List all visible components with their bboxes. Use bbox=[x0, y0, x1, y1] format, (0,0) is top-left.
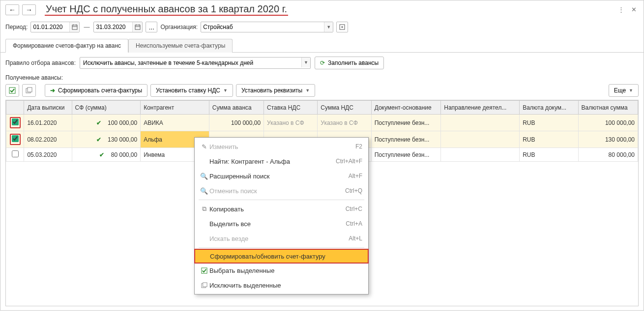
table-row[interactable]: 16.01.2020✔ 100 000,00АВИКА100 000,00Ука… bbox=[6, 115, 638, 131]
cm-find[interactable]: Найти: Контрагент - Альфа Ctrl+Alt+F bbox=[195, 154, 368, 169]
col-vat[interactable]: Сумма НДС bbox=[318, 101, 371, 115]
dropdown-icon[interactable]: ▼ bbox=[324, 22, 333, 32]
col-cur[interactable]: Валюта докум... bbox=[520, 101, 578, 115]
section-label: Полученные авансы: bbox=[5, 74, 639, 81]
deselect-all-button[interactable] bbox=[22, 84, 36, 97]
page-title: Учет НДС с полученных авансов за 1 кварт… bbox=[45, 3, 288, 16]
col-csum[interactable]: Валютная сумма bbox=[578, 101, 638, 115]
context-menu: ✎ Изменить F2 Найти: Контрагент - Альфа … bbox=[194, 137, 369, 294]
fill-advances-button[interactable]: ⟳ Заполнить авансы bbox=[315, 57, 384, 69]
svg-rect-12 bbox=[201, 267, 206, 273]
cm-select-all[interactable]: Выделить все Ctrl+A bbox=[195, 216, 368, 231]
select-all-button[interactable] bbox=[5, 84, 19, 97]
chevron-down-icon: ▼ bbox=[305, 88, 310, 93]
copy-icon: ⧉ bbox=[199, 205, 209, 213]
dropdown-icon[interactable]: ▼ bbox=[301, 58, 310, 67]
svg-rect-0 bbox=[72, 25, 77, 29]
cm-adv-search[interactable]: 🔍 Расширенный поиск Alt+F bbox=[195, 169, 368, 183]
back-button[interactable]: ← bbox=[5, 4, 19, 15]
cm-pick-selected[interactable]: Выбрать выделенные bbox=[195, 263, 368, 278]
chevron-down-icon: ▼ bbox=[223, 88, 228, 93]
col-sf-sum[interactable]: СФ (сумма) bbox=[72, 101, 141, 115]
set-rate-button[interactable]: Установить ставку НДС ▼ bbox=[150, 84, 233, 97]
cm-edit: ✎ Изменить F2 bbox=[195, 139, 368, 154]
svg-rect-9 bbox=[9, 88, 15, 93]
close-icon[interactable]: ✕ bbox=[629, 5, 639, 15]
cm-search-all: Искать везде Alt+L bbox=[195, 231, 368, 246]
col-doc[interactable]: Документ-основание bbox=[371, 101, 441, 115]
date-separator: — bbox=[84, 24, 89, 30]
rule-label: Правило отбора авансов: bbox=[5, 59, 76, 66]
pencil-icon: ✎ bbox=[199, 143, 209, 150]
uncheck-icon bbox=[199, 282, 209, 289]
period-picker-button[interactable]: ... bbox=[146, 22, 157, 32]
forward-button[interactable]: → bbox=[22, 4, 36, 15]
search-cancel-icon: 🔍 bbox=[199, 187, 209, 195]
more-button[interactable]: Еще ▼ bbox=[609, 84, 639, 97]
svg-rect-4 bbox=[135, 25, 140, 29]
table-header: Дата выписки СФ (сумма) Контрагент Сумма… bbox=[6, 101, 638, 115]
org-input[interactable] bbox=[201, 22, 333, 32]
row-checkbox[interactable] bbox=[12, 135, 19, 142]
col-date[interactable]: Дата выписки bbox=[24, 101, 72, 115]
calendar-icon[interactable] bbox=[132, 22, 142, 32]
period-label: Период: bbox=[5, 24, 28, 30]
col-dir[interactable]: Направление деятел... bbox=[441, 101, 520, 115]
cm-form-update-sf[interactable]: Сформировать/обновить счет-фактуру bbox=[194, 249, 369, 264]
more-menu-icon[interactable]: ⋮ bbox=[616, 5, 626, 15]
svg-rect-14 bbox=[203, 282, 206, 286]
chevron-down-icon: ▼ bbox=[629, 88, 633, 93]
row-checkbox[interactable] bbox=[12, 118, 19, 125]
refresh-icon: ⟳ bbox=[320, 59, 325, 66]
search-icon: 🔍 bbox=[199, 173, 209, 180]
org-label: Организация: bbox=[160, 24, 198, 30]
cm-excl-selected[interactable]: Исключить выделенные bbox=[195, 278, 368, 293]
rule-input[interactable] bbox=[80, 57, 311, 69]
cm-copy[interactable]: ⧉ Копировать Ctrl+C bbox=[195, 202, 368, 216]
svg-rect-11 bbox=[28, 88, 32, 92]
tab-unused-sf[interactable]: Неиспользуемые счета-фактуры bbox=[128, 39, 233, 53]
col-sum[interactable]: Сумма аванса bbox=[209, 101, 263, 115]
tab-form-sf[interactable]: Формирование счетов-фактур на аванс bbox=[5, 39, 128, 53]
col-agent[interactable]: Контрагент bbox=[141, 101, 209, 115]
form-sf-button[interactable]: ➜ Сформировать счета-фактуры bbox=[45, 84, 147, 97]
set-requisites-button[interactable]: Установить реквизиты ▼ bbox=[236, 84, 315, 97]
col-rate[interactable]: Ставка НДС bbox=[264, 101, 318, 115]
check-icon bbox=[199, 267, 209, 274]
org-open-button[interactable] bbox=[336, 22, 348, 32]
arrow-right-icon: ➜ bbox=[50, 87, 55, 94]
row-checkbox[interactable] bbox=[12, 150, 19, 157]
cm-cancel-search: 🔍 Отменить поиск Ctrl+Q bbox=[195, 183, 368, 198]
calendar-icon[interactable] bbox=[69, 22, 79, 32]
